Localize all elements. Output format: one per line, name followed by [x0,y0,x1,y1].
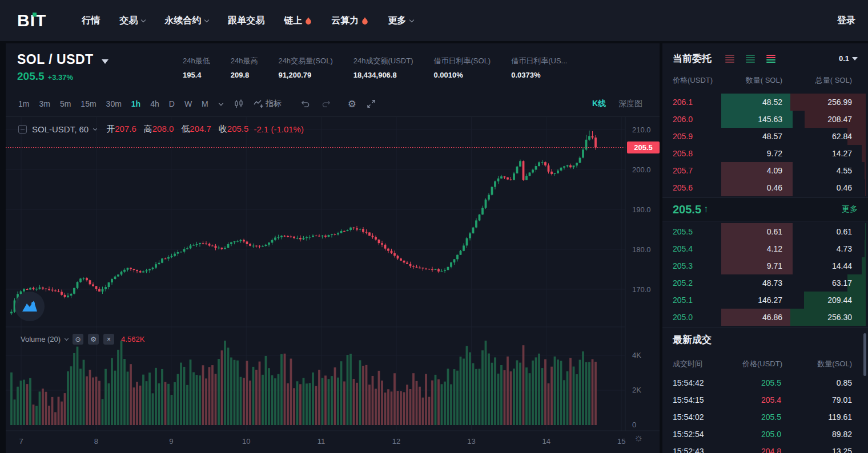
svg-text:170.0: 170.0 [632,285,651,294]
svg-text:180.0: 180.0 [632,245,651,254]
tab-depth[interactable]: 深度图 [618,99,642,109]
volume-visibility-icon[interactable]: ⊙ [73,334,83,345]
legend-dropdown-icon[interactable] [93,127,97,131]
candlestick-chart[interactable]: 210.0200.0190.0180.0170.04K2K07891011121… [6,117,660,453]
stat-0: 24h最低195.4 [183,56,210,79]
order-book-panel: 当前委托 0.1 价格(USDT) 数量( SOL) 总量( SOL) 206.… [662,43,868,453]
book-view-asks-icon[interactable] [725,55,734,63]
svg-text:12: 12 [392,437,400,446]
stat-2: 24h交易量(SOL)91,200.79 [278,56,332,79]
bid-row[interactable]: 205.50.610.61 [662,223,868,240]
current-price-row[interactable]: 205.5 ↑ 更多 [662,197,868,221]
book-total: 256.99 [827,98,852,107]
timeframe-more-icon[interactable] [219,100,223,105]
bid-row[interactable]: 205.046.86256.30 [662,309,868,326]
bid-row[interactable]: 205.1146.27209.44 [662,292,868,309]
timeframe-W[interactable]: W [184,99,192,108]
svg-text:9: 9 [169,437,173,446]
more-link[interactable]: 更多 [842,204,858,215]
pair-dropdown-icon[interactable] [102,59,108,64]
last-price-tag: 205.5 [627,141,660,153]
book-total: 4.55 [837,166,852,175]
book-price: 205.4 [673,244,693,253]
logo[interactable]: BIT [17,11,46,30]
ask-row[interactable]: 205.60.460.46 [662,179,868,196]
chart-toolbar: 1m3m5m15m30m1h4hDWM 指标 ⚙ [6,91,660,117]
nav-item-onchain[interactable]: 链上 [284,15,312,27]
redo-icon[interactable] [321,100,332,108]
timeframe-5m[interactable]: 5m [60,99,71,108]
book-price: 205.8 [673,149,693,158]
stat-1: 24h最高209.8 [231,56,258,79]
theme-sun-icon[interactable]: ☼ [634,432,644,444]
nav-item-trade[interactable]: 交易 [119,15,145,27]
nav-item-cloud-hash[interactable]: 云算力 [331,15,368,27]
bid-row[interactable]: 205.39.7114.44 [662,257,868,274]
indicator-button[interactable]: 指标 [254,99,282,109]
bid-row[interactable]: 205.44.124.73 [662,240,868,257]
chevron-down-icon [141,17,146,22]
book-view-bids-icon[interactable] [746,55,755,63]
ask-row[interactable]: 205.89.7214.27 [662,145,868,162]
trades-scrollbar[interactable] [863,333,866,376]
price-up-arrow-icon: ↑ [704,204,709,215]
svg-text:210.0: 210.0 [632,126,651,134]
nav-item-copy-trade[interactable]: 跟单交易 [228,15,264,27]
timeframe-3m[interactable]: 3m [39,99,50,108]
nav-item-more[interactable]: 更多 [388,15,413,27]
book-price: 206.0 [673,115,693,124]
timeframe-1m[interactable]: 1m [18,99,29,108]
book-qty: 9.71 [767,261,782,270]
login-button[interactable]: 登录 [837,15,855,27]
volume-close-icon[interactable]: × [103,334,114,345]
nav-item-perpetual[interactable]: 永续合约 [164,15,208,27]
trade-qty: 119.61 [828,412,852,422]
ask-row[interactable]: 205.74.094.55 [662,162,868,179]
volume-dropdown-icon[interactable] [65,337,69,341]
pair-title[interactable]: SOL / USDT [17,52,94,67]
book-qty: 4.09 [767,166,782,175]
svg-text:190.0: 190.0 [632,205,651,214]
stat-4: 借币日利率(SOL)0.0010% [434,56,491,79]
legend-collapse-icon[interactable] [18,125,27,134]
timeframe-4h[interactable]: 4h [150,99,159,108]
order-book-headers: 价格(USDT) 数量( SOL) 总量( SOL) [662,75,868,87]
trade-qty: 79.01 [832,395,852,405]
book-current-price: 205.5 [673,203,701,216]
timeframe-1h[interactable]: 1h [131,99,140,108]
svg-text:14: 14 [542,437,550,446]
flame-icon [361,17,368,25]
trade-row: 15:54:15205.479.01 [662,391,868,408]
trade-price: 205.5 [761,412,781,422]
flame-icon [305,17,312,25]
chart-settings-icon[interactable]: ⚙ [348,98,356,110]
book-qty: 4.12 [767,244,782,253]
order-book-title: 当前委托 [673,52,712,65]
timeframe-D[interactable]: D [169,99,175,108]
timeframe-30m[interactable]: 30m [106,99,122,108]
book-total: 209.44 [827,296,852,305]
trade-row: 15:54:42205.50.85 [662,374,868,391]
legend-series[interactable]: SOL-USDT, 60 [32,124,89,134]
timeframe-15m[interactable]: 15m [81,99,96,108]
fullscreen-icon[interactable] [367,99,376,108]
bid-row[interactable]: 205.248.7363.17 [662,274,868,292]
precision-dropdown-icon [852,57,858,60]
timeframe-M[interactable]: M [202,99,208,108]
book-total: 62.84 [832,132,852,141]
tab-kline[interactable]: K线 [592,99,606,109]
book-price: 205.1 [673,296,693,305]
ask-row[interactable]: 206.148.52256.99 [662,94,868,111]
book-qty: 146.27 [758,296,782,305]
precision-select[interactable]: 0.1 [839,54,858,63]
book-price: 206.1 [673,98,693,107]
undo-icon[interactable] [300,100,311,108]
ohlc-收: 收205.5 [219,124,249,135]
volume-settings-icon[interactable]: ⚙ [88,334,99,345]
book-view-both-icon[interactable] [766,55,775,63]
candle-style-icon[interactable] [234,99,243,108]
volume-legend-title[interactable]: Volume (20) [21,335,61,343]
nav-item-market[interactable]: 行情 [82,15,100,27]
ask-row[interactable]: 205.948.5762.84 [662,128,868,145]
ask-row[interactable]: 206.0145.63208.47 [662,111,868,128]
